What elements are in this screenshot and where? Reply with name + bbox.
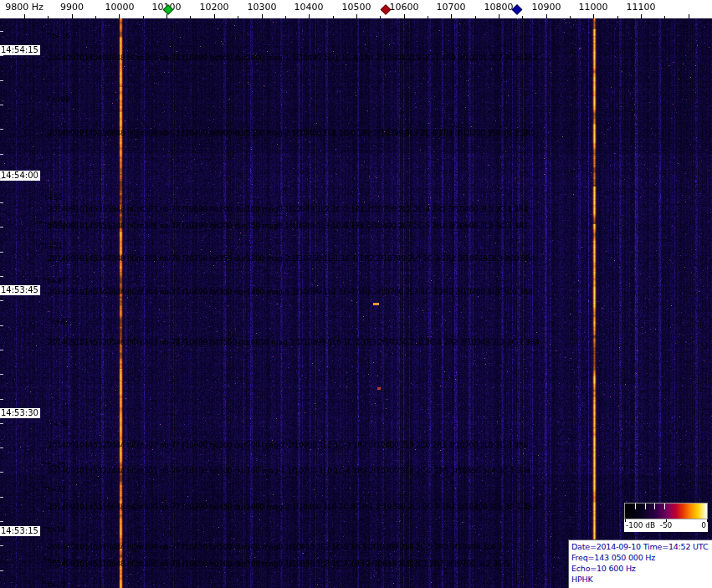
detection-record: 20140910145353848 hCnt307 nb-78 f10699 h… [48, 205, 528, 213]
freq-tick-mark [262, 14, 263, 18]
time-tick-mark [0, 374, 3, 375]
freq-tick-label: 10800 [484, 3, 514, 13]
time-offset-tag: ^t+56 [38, 193, 63, 202]
freq-tick-mark [95, 16, 96, 18]
time-tick-label: 14:54:00 [0, 171, 40, 181]
time-offset-tag: ^t+22 [42, 485, 66, 493]
detection-record: 20140910145347248 hCnt305 nb-78 f10750 h… [48, 254, 535, 263]
time-tick-mark [0, 325, 3, 326]
time-tick-mark [0, 154, 3, 155]
time-tick-label: 14:53:30 [0, 408, 40, 418]
time-offset-tag: ^t+47 [42, 277, 66, 285]
time-tick-mark [0, 300, 3, 301]
freq-tick-mark [428, 16, 428, 18]
time-tick-mark [0, 423, 3, 424]
freq-tick-mark [214, 14, 215, 18]
freq-tick-label: 10000 [105, 3, 135, 13]
time-offset-tag: ^t+42 [46, 317, 70, 325]
freq-tick-label: 10900 [532, 3, 561, 13]
colorbar-label-max: 0 [701, 520, 706, 531]
freq-tick-mark [119, 14, 120, 18]
detection-record: 20140910145408848 hCnt309 nb-78 f10499 h… [48, 54, 537, 62]
time-offset-tag: ^t+08 [46, 95, 70, 104]
frequency-axis: 9800 Hz990010000101001020010300104001050… [0, 0, 712, 18]
freq-tick-mark [617, 16, 618, 18]
time-tick-mark [0, 447, 3, 448]
time-tick-mark [0, 472, 3, 473]
time-tick-mark [0, 252, 3, 253]
freq-tick-label: 10500 [342, 3, 371, 13]
freq-tick-mark [475, 16, 476, 18]
time-tick-mark [0, 497, 3, 498]
colorbar-gradient [624, 503, 708, 519]
time-tick-label: 14:53:45 [0, 285, 40, 295]
detection-record: 20140910145342444 hCnt304 nb-77 f10699 h… [48, 288, 533, 296]
freq-tick-mark [593, 14, 594, 18]
time-tick-mark [0, 521, 3, 522]
detection-record: 20140910145310648 hCnt298 nb-78 f10850 h… [48, 560, 510, 568]
freq-tick-mark [309, 14, 310, 18]
colorbar-scale: -100 dB -50 0 [624, 519, 708, 532]
time-tick-mark [0, 399, 3, 400]
detection-record: 20140910145325444 hCnt302 nb-77 f10900 h… [48, 441, 528, 449]
time-tick-mark [0, 227, 3, 228]
colorbar-scale-tick [707, 519, 708, 522]
detection-record: 20140910145330548 hCnt303 nb-78 f10899 h… [48, 338, 540, 346]
time-tick-mark [0, 129, 3, 130]
freq-tick-label: 10300 [248, 3, 277, 13]
time-tick-mark [0, 202, 3, 203]
blue-frequency-marker[interactable] [512, 4, 523, 15]
detection-record: 20140910145351348 hCnt306 nb-78 f10399 h… [48, 222, 528, 230]
freq-tick-mark [522, 16, 523, 18]
colorbar-tick [664, 504, 665, 509]
freq-tick-mark [48, 16, 49, 18]
time-tick-mark [0, 178, 3, 179]
time-tick-label: 14:54:15 [0, 45, 40, 55]
freq-tick-mark [143, 16, 144, 18]
time-tick-mark [0, 545, 3, 546]
time-tick-mark [0, 80, 3, 81]
freq-tick-mark [499, 14, 499, 18]
time-tick-mark [0, 105, 3, 105]
freq-tick-label: 10200 [200, 3, 229, 13]
status-info-box: Date=2014-09-10 Time=14:52 UTC Freq=143 … [568, 539, 712, 588]
freq-tick-label: 10700 [437, 3, 466, 13]
colorbar-tick [654, 504, 655, 509]
freq-tick-mark [570, 16, 571, 18]
colorbar-label-min: -100 dB [626, 520, 655, 531]
freq-tick-mark [72, 14, 73, 18]
freq-tick-label: 10600 [390, 3, 419, 13]
freq-tick-mark [404, 14, 405, 18]
info-station-id: HPHK [571, 574, 712, 585]
time-offset-tag: ^t+51 [38, 242, 63, 250]
freq-tick-mark [166, 14, 167, 18]
freq-tick-mark [333, 16, 334, 18]
detection-record: 20140910145322444 hCnt301 nb-79 f10700 h… [48, 467, 530, 475]
info-frequency: Freq=143 050 000 Hz [571, 552, 712, 563]
time-tick-mark [0, 55, 3, 56]
time-offset-tag: ^t+30 [44, 420, 69, 428]
waterfall-overlays: 14:54:1514:54:0014:53:4514:53:3014:53:15… [0, 0, 712, 588]
freq-tick-label: 9800 Hz [5, 3, 44, 13]
detection-record: 20140910145316648 hCnt300 nb-77 f10399 h… [48, 503, 537, 511]
freq-tick-mark [380, 16, 381, 18]
freq-tick-label: 9900 [60, 3, 84, 13]
freq-tick-label: 10400 [295, 3, 324, 13]
freq-tick-mark [285, 16, 286, 18]
detection-record: 20140910145356848 hCnt308 nb-77 f10400 h… [48, 129, 535, 137]
time-tick-mark [0, 276, 3, 277]
freq-tick-mark [641, 14, 642, 18]
freq-tick-label: 11000 [579, 3, 608, 13]
time-offset-tag: ^t+16 [46, 32, 70, 40]
freq-tick-mark [546, 14, 547, 18]
freq-tick-mark [451, 14, 452, 18]
freq-tick-mark [238, 16, 238, 18]
time-tick-mark [0, 570, 3, 571]
colorbar-scale-tick [625, 519, 626, 522]
detection-record: 20140910145313444 hCnt299 nb-77 f10650 h… [48, 543, 510, 551]
colorbar-tick [635, 504, 636, 509]
freq-tick-mark [356, 14, 357, 18]
time-tick-label: 14:53:15 [0, 526, 40, 536]
time-tick-mark [0, 31, 3, 32]
freq-tick-mark [689, 14, 689, 18]
